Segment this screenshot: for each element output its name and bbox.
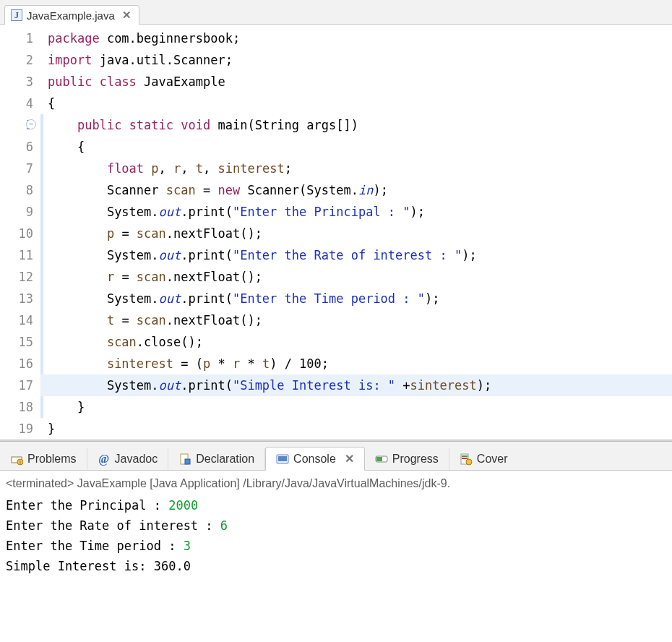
- line-number: 2: [12, 49, 33, 71]
- code-line[interactable]: public static void main(String args[]): [40, 114, 672, 136]
- line-number: 13: [12, 288, 33, 309]
- code-line[interactable]: t = scan.nextFloat();: [40, 309, 672, 331]
- line-number: 8: [12, 179, 33, 201]
- line-number: 15: [12, 331, 33, 353]
- code-line[interactable]: System.out.print("Enter the Principal : …: [40, 201, 672, 223]
- line-number: 1: [12, 27, 33, 49]
- code-line[interactable]: {: [40, 136, 672, 158]
- declaration-icon: [178, 453, 191, 466]
- java-file-icon: J: [11, 9, 22, 21]
- svg-rect-8: [376, 457, 382, 461]
- svg-rect-4: [185, 459, 190, 464]
- code-line[interactable]: r = scan.nextFloat();: [40, 266, 672, 288]
- line-number: 9: [12, 201, 33, 223]
- code-line[interactable]: {: [40, 93, 672, 114]
- code-line[interactable]: float p, r, t, sinterest;: [40, 158, 672, 179]
- console-panel[interactable]: <terminated> JavaExample [Java Applicati…: [0, 471, 672, 585]
- tab-label: Progress: [392, 453, 439, 466]
- tab-progress[interactable]: Progress: [365, 448, 449, 470]
- coverage-icon: [460, 453, 473, 466]
- code-editor[interactable]: 12345−678910111213141516171819 package c…: [0, 25, 672, 440]
- tab-label: Declaration: [196, 453, 254, 466]
- line-number: 16: [12, 353, 33, 374]
- svg-rect-10: [462, 455, 468, 457]
- code-line[interactable]: p = scan.nextFloat();: [40, 223, 672, 244]
- tab-label: Javadoc: [115, 453, 158, 466]
- fold-toggle-icon[interactable]: −: [26, 119, 36, 129]
- code-line[interactable]: System.out.print("Enter the Rate of inte…: [40, 244, 672, 266]
- console-line: Enter the Principal : 2000: [6, 495, 666, 515]
- tab-coverage[interactable]: Cover: [449, 448, 518, 470]
- javadoc-icon: @: [98, 453, 111, 466]
- code-line[interactable]: sinterest = (p * r * t) / 100;: [40, 353, 672, 374]
- svg-point-12: [466, 459, 472, 465]
- line-number: 17: [12, 374, 33, 396]
- code-line[interactable]: }: [40, 396, 672, 418]
- code-content[interactable]: package com.beginnersbook;import java.ut…: [40, 27, 672, 440]
- svg-rect-11: [462, 458, 468, 459]
- line-number: 14: [12, 309, 33, 331]
- tab-label: Console: [293, 453, 336, 466]
- line-number: 4: [12, 93, 33, 114]
- panel-tabbar: ! Problems @ Javadoc Declaration Console…: [0, 442, 672, 471]
- svg-text:!: !: [20, 460, 21, 465]
- tab-problems[interactable]: ! Problems: [0, 448, 87, 470]
- line-number: 19: [12, 418, 33, 440]
- code-line[interactable]: scan.close();: [40, 331, 672, 353]
- line-number: 10: [12, 223, 33, 244]
- line-number: 5−: [12, 114, 33, 136]
- line-number: 12: [12, 266, 33, 288]
- console-output: Enter the Principal : 2000Enter the Rate…: [6, 495, 666, 576]
- editor-tabbar: J JavaExample.java ✕: [0, 0, 672, 25]
- close-icon[interactable]: ✕: [119, 9, 132, 22]
- line-number: 18: [12, 396, 33, 418]
- tab-label: Cover: [477, 453, 508, 466]
- problems-icon: !: [10, 453, 23, 466]
- console-icon: [276, 453, 289, 466]
- console-line: Enter the Time period : 3: [6, 536, 666, 556]
- tab-javadoc[interactable]: @ Javadoc: [87, 448, 169, 470]
- console-line: Enter the Rate of interest : 6: [6, 515, 666, 536]
- code-line[interactable]: package com.beginnersbook;: [40, 27, 672, 49]
- code-line[interactable]: System.out.print("Enter the Time period …: [40, 288, 672, 309]
- code-line[interactable]: public class JavaExample: [40, 71, 672, 93]
- console-status: <terminated> JavaExample [Java Applicati…: [6, 474, 666, 495]
- file-tab-javaexample[interactable]: J JavaExample.java ✕: [4, 5, 139, 25]
- progress-icon: [375, 453, 388, 466]
- line-number: 7: [12, 158, 33, 179]
- line-number: 3: [12, 71, 33, 93]
- code-line[interactable]: System.out.print("Simple Interest is: " …: [40, 374, 672, 396]
- tab-label: Problems: [27, 453, 77, 466]
- code-line[interactable]: }: [40, 418, 672, 440]
- line-number: 11: [12, 244, 33, 266]
- tab-console[interactable]: Console ✕: [265, 447, 365, 471]
- line-number: 6: [12, 136, 33, 158]
- close-icon[interactable]: ✕: [340, 452, 354, 466]
- code-line[interactable]: Scanner scan = new Scanner(System.in);: [40, 179, 672, 201]
- svg-rect-6: [278, 456, 287, 461]
- tab-declaration[interactable]: Declaration: [168, 448, 265, 470]
- file-tab-label: JavaExample.java: [27, 9, 115, 22]
- code-line[interactable]: import java.util.Scanner;: [40, 49, 672, 71]
- console-line: Simple Interest is: 360.0: [6, 556, 666, 576]
- line-number-gutter: 12345−678910111213141516171819: [0, 27, 40, 440]
